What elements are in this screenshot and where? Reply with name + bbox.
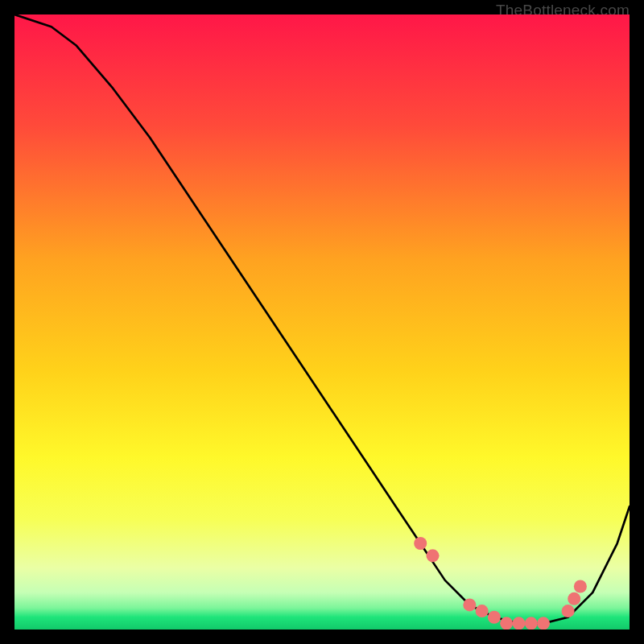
- highlight-dot: [500, 617, 513, 630]
- chart-line-layer: [14, 14, 630, 630]
- highlight-dot: [574, 580, 587, 592]
- highlight-dot: [463, 598, 476, 611]
- highlight-dot: [488, 611, 501, 624]
- highlight-dot: [476, 605, 489, 617]
- highlight-markers: [414, 537, 587, 630]
- highlight-dot: [568, 592, 580, 605]
- highlight-dot: [562, 605, 575, 617]
- highlight-dot: [512, 617, 525, 630]
- highlight-dot: [525, 617, 538, 630]
- bottleneck-curve: [14, 14, 630, 623]
- highlight-dot: [537, 617, 550, 630]
- highlight-dot: [414, 537, 427, 550]
- highlight-dot: [426, 549, 439, 562]
- chart-plot-area: [14, 14, 630, 630]
